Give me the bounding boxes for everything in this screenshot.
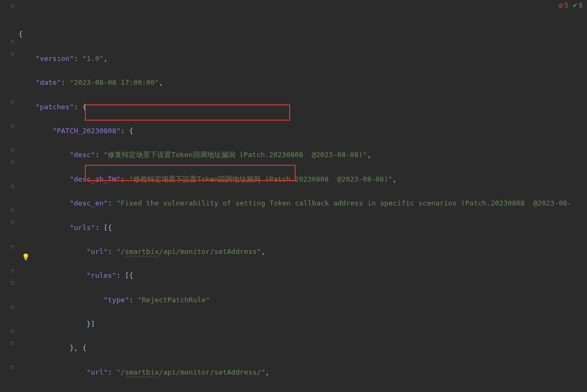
inspection-status[interactable]: ⊘5 ✔6: [557, 2, 584, 9]
fold-icon[interactable]: ⊟: [10, 39, 15, 45]
error-count: 5: [565, 2, 569, 9]
fold-icon[interactable]: ⊟: [10, 208, 15, 213]
code-line: "patches": {: [16, 101, 587, 113]
check-icon: ✔: [572, 2, 578, 9]
fold-icon[interactable]: ⊟: [10, 220, 15, 225]
gutter: ⊟ ⊟ ⊟ ⊟ ⊟ ⊟ ⊟ ⊟ ⊟ ⊟ ⊟ ⊟ ⊟ ⊟ ⊟ ⊟ ⊟: [0, 0, 16, 392]
fold-icon[interactable]: ⊟: [10, 99, 15, 104]
code-area[interactable]: { "version": "1.0", "date": "2023-08-08 …: [16, 0, 587, 392]
fold-icon[interactable]: ⊟: [10, 340, 15, 346]
fold-icon[interactable]: ⊟: [10, 328, 15, 334]
code-line: "desc_zh_TW": "修複特定場景下設置Token回調地址漏洞 (Pat…: [16, 173, 587, 185]
fold-icon[interactable]: ⊟: [10, 184, 15, 189]
ok-indicator[interactable]: ✔6: [572, 2, 583, 9]
code-line: "version": "1.0",: [16, 53, 587, 65]
fold-icon[interactable]: ⊟: [10, 3, 15, 9]
fold-icon[interactable]: ⊟: [10, 268, 15, 273]
ok-count: 6: [579, 2, 583, 9]
fold-icon[interactable]: ⊟: [10, 280, 15, 285]
code-line: "desc": "修复特定场景下设置Token回调地址漏洞 (Patch.202…: [16, 149, 587, 161]
code-line: "desc_en": "Fixed the vulnerability of s…: [16, 197, 587, 209]
code-line: "rules": [{: [16, 270, 587, 282]
fold-icon[interactable]: ⊟: [10, 147, 15, 153]
code-line: "type": "RejectPatchRule": [16, 294, 587, 306]
code-line: "url": "/smartbix/api/monitor/setAddress…: [16, 366, 587, 378]
code-line: {: [16, 28, 587, 40]
code-line: "urls": [{: [16, 222, 587, 234]
error-indicator[interactable]: ⊘5: [558, 2, 569, 9]
code-line: "date": "2023-08-08 17:00:00",: [16, 77, 587, 89]
fold-icon[interactable]: ⊟: [10, 159, 15, 165]
code-line: }, {: [16, 342, 587, 354]
fold-icon[interactable]: ⊟: [10, 244, 15, 250]
fold-icon[interactable]: ⊟: [10, 304, 15, 310]
code-editor[interactable]: ⊟ ⊟ ⊟ ⊟ ⊟ ⊟ ⊟ ⊟ ⊟ ⊟ ⊟ ⊟ ⊟ ⊟ ⊟ ⊟ ⊟ 💡 { "v…: [0, 0, 587, 392]
fold-icon[interactable]: ⊟: [10, 123, 15, 129]
fold-icon[interactable]: ⊟: [10, 364, 15, 370]
fold-icon[interactable]: ⊟: [10, 51, 15, 57]
code-line: "PATCH_20230808": {: [16, 125, 587, 137]
code-line: "url": "/smartbix/api/monitor/setAddress…: [16, 246, 587, 258]
code-line: }]: [16, 318, 587, 330]
error-icon: ⊘: [558, 2, 564, 9]
